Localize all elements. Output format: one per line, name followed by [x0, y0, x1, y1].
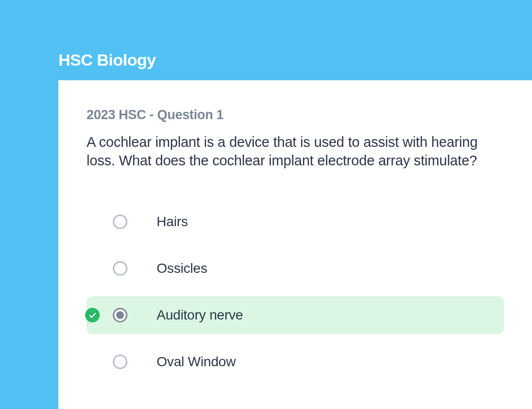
option-auditory-nerve[interactable]: Auditory nerve [87, 296, 504, 334]
page-title: HSC Biology [58, 51, 156, 70]
option-hairs[interactable]: Hairs [87, 203, 504, 241]
question-text: A cochlear implant is a device that is u… [87, 133, 504, 170]
option-label: Hairs [157, 214, 188, 230]
radio-icon [113, 355, 127, 369]
checkmark-icon [85, 308, 100, 322]
option-label: Ossicles [157, 261, 207, 276]
question-label: 2023 HSC - Question 1 [87, 107, 504, 123]
radio-icon-selected [113, 308, 127, 322]
sidebar-background [0, 0, 58, 409]
radio-icon [113, 214, 127, 229]
question-card: 2023 HSC - Question 1 A cochlear implant… [58, 80, 532, 409]
option-oval-window[interactable]: Oval Window [87, 343, 504, 381]
radio-icon [113, 261, 127, 276]
option-label: Auditory nerve [157, 307, 243, 323]
option-ossicles[interactable]: Ossicles [87, 249, 504, 287]
options-list: Hairs Ossicles Auditory nerve Oval Windo… [87, 203, 504, 381]
option-label: Oval Window [157, 354, 236, 370]
